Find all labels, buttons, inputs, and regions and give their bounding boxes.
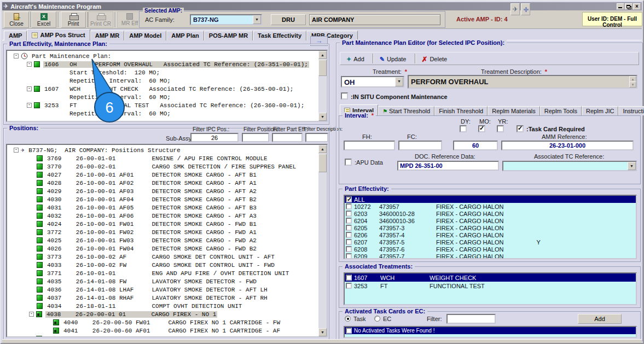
treatment-desc-field[interactable]: PERFORM OVERHAUL ▲ ▼ bbox=[408, 75, 637, 89]
tree-row[interactable]: 4037 26-14-01-08 RHAF LAVATORY SMOKE DET… bbox=[7, 294, 327, 302]
fc-input[interactable] bbox=[398, 141, 442, 150]
row-checkbox[interactable] bbox=[346, 253, 352, 259]
tree-row[interactable]: +4039 26-20-00-01 02 CARGO FIREX - NO 2 bbox=[7, 335, 327, 337]
tab-replm-jic[interactable]: Replm JIC bbox=[582, 106, 618, 115]
tab-replm-materials[interactable]: Replm Materials bbox=[488, 106, 539, 115]
filter-ipc-input[interactable] bbox=[190, 133, 239, 142]
tree-detail-row[interactable]: Repetitive Interval: 60 MO; bbox=[7, 77, 327, 85]
add-button[interactable]: ✦Add bbox=[343, 53, 370, 64]
doc-reference-input[interactable] bbox=[397, 161, 499, 171]
tab-finish-threshold[interactable]: Finish Threshold bbox=[434, 106, 488, 115]
list-item[interactable]: No Activated Tasks Were Found ! bbox=[345, 327, 636, 334]
close-button[interactable]: Close bbox=[4, 11, 29, 28]
list-item[interactable]: 6205473957-3FIREX - CARGO HALON bbox=[345, 224, 636, 231]
list-item[interactable]: 6207473957-5FIREX - CARGO HALONY bbox=[345, 238, 636, 246]
expander-minus-icon[interactable]: - bbox=[14, 54, 19, 59]
tree-root-row[interactable]: -✈B737-NG; AIR COMPANY: Positions Struct… bbox=[7, 146, 327, 154]
positions-tree-scrollbar[interactable]: ▲ ▼ bbox=[318, 145, 327, 336]
tree-row[interactable]: 4033 26-10-00-02 FW CARGO SMOKE DET CONT… bbox=[7, 261, 327, 269]
tree-row[interactable]: -3253 FT FUNCTIONAL TEST Associated TC R… bbox=[7, 101, 327, 109]
row-checkbox[interactable] bbox=[346, 196, 352, 202]
tab-pos-amp-mr[interactable]: POS-AMP MR bbox=[204, 31, 253, 40]
print-button[interactable]: Print bbox=[61, 11, 86, 28]
list-item[interactable]: 620434600010-36FIREX - CARGO HALON bbox=[345, 217, 636, 224]
tab-task-effectivity[interactable]: Task Effectivity bbox=[253, 31, 306, 40]
apu-data-checkbox[interactable] bbox=[345, 159, 352, 166]
tree-row[interactable]: 4027 26-10-00-01 AF01 DETECTOR SMOKE CAR… bbox=[7, 171, 327, 179]
list-item[interactable]: 3253FTFUNCTIONAL TEST bbox=[345, 282, 636, 290]
restore-button[interactable] bbox=[625, 3, 633, 10]
desc-scrollbar[interactable]: ▲ ▼ bbox=[629, 76, 636, 88]
tree-row[interactable]: 4029 26-10-00-01 AF03 DETECTOR SMOKE CAR… bbox=[7, 187, 327, 195]
expander-plus-icon[interactable]: + bbox=[29, 336, 34, 337]
row-checkbox[interactable] bbox=[346, 246, 352, 252]
amm-reference-input[interactable] bbox=[501, 141, 634, 150]
dy-checkbox[interactable] bbox=[460, 125, 467, 132]
tree-row[interactable]: -1606 OH PERFORM OVERHAUL Associated TC … bbox=[7, 60, 327, 68]
chevron-down-icon[interactable]: ▼ bbox=[628, 162, 636, 170]
tree-row[interactable]: -4038 26-20-00-01 01 CARGO FIREX - NO 1 bbox=[7, 310, 327, 318]
list-item[interactable]: ALL bbox=[345, 196, 636, 203]
tab-amp-model[interactable]: AMP Model bbox=[124, 31, 166, 40]
tree-row[interactable]: 4031 26-10-00-01 AF05 DETECTOR SMOKE CAR… bbox=[7, 203, 327, 212]
tab-amp-plan[interactable]: AMP Plan bbox=[166, 31, 204, 40]
tree-row[interactable]: 4036 26-14-01-08 LHAF LAVATORY SMOKE DET… bbox=[7, 285, 327, 294]
list-item[interactable]: 10272473957FIREX - CARGO HALON bbox=[345, 203, 636, 210]
tree-row[interactable]: -1607 WCH WEIGHT CHECK Associated TC Ref… bbox=[7, 85, 327, 93]
list-item[interactable]: 1607WCHWEIGHT CHECK bbox=[345, 273, 636, 282]
row-checkbox[interactable] bbox=[346, 218, 352, 224]
tc-reference-combobox[interactable]: ▼ bbox=[502, 161, 637, 171]
tree-row[interactable]: 3772 26-10-00-01 FW02 DETECTOR SMOKE CAR… bbox=[7, 228, 327, 236]
row-checkbox[interactable] bbox=[346, 225, 352, 231]
row-checkbox[interactable] bbox=[346, 275, 352, 281]
tab-amp-mr[interactable]: AMP MR bbox=[90, 31, 124, 40]
delete-button[interactable]: ✗Delete bbox=[418, 53, 454, 64]
list-item[interactable]: 6209473957-7FIREX - CARGO HALON bbox=[345, 253, 636, 259]
update-button[interactable]: ✎Update bbox=[376, 53, 413, 64]
crosshair-tool-button[interactable] bbox=[521, 3, 530, 15]
scroll-up-icon[interactable]: ▲ bbox=[318, 145, 327, 153]
chevron-down-icon[interactable]: ▼ bbox=[395, 77, 403, 86]
task-card-checkbox[interactable] bbox=[517, 125, 524, 132]
aircraft-tool-button[interactable]: ✈ bbox=[510, 3, 520, 15]
ac-family-combobox[interactable]: B737-NG ▼ bbox=[190, 14, 262, 25]
plan-tree-scrollbar[interactable]: ▲ ▼ bbox=[318, 51, 327, 121]
row-checkbox[interactable] bbox=[346, 283, 352, 289]
tree-row[interactable]: 3771 26-10-01-01 ENG AND APU FIRE / OVHT… bbox=[7, 269, 327, 277]
tab-start-threshold[interactable]: ⚑Start Threshold bbox=[378, 106, 434, 115]
tree-root-row[interactable]: -Part Maintenance Plan: bbox=[7, 52, 327, 60]
row-checkbox[interactable] bbox=[346, 232, 352, 238]
tree-row[interactable]: 4035 26-14-01-08 FW LAVATORY SMOKE DETEC… bbox=[7, 277, 327, 285]
tree-row[interactable]: 4032 26-10-00-01 AF06 DETECTOR SMOKE CAR… bbox=[7, 212, 327, 220]
dru-button[interactable]: DRU bbox=[271, 14, 306, 25]
tree-row[interactable]: 4024 26-10-00-01 FW01 DETECTOR SMOKE CAR… bbox=[7, 220, 327, 228]
tree-row[interactable]: 4026 26-10-00-01 FW04 DETECTOR SMOKE CAR… bbox=[7, 244, 327, 253]
list-item[interactable]: 620334600010-28FIREX - CARGO HALON bbox=[345, 210, 636, 217]
scroll-up-icon[interactable]: ▲ bbox=[318, 51, 327, 59]
excel-button[interactable]: XExcel bbox=[31, 11, 56, 28]
print-cr-button[interactable]: Print CR bbox=[88, 11, 113, 28]
close-window-button[interactable]: × bbox=[633, 3, 641, 10]
yr-checkbox[interactable] bbox=[497, 125, 504, 132]
fh-input[interactable] bbox=[344, 141, 395, 150]
row-checkbox[interactable] bbox=[346, 328, 352, 334]
row-checkbox[interactable] bbox=[346, 239, 352, 245]
list-item[interactable]: 6208473957-6FIREX - CARGO HALON bbox=[345, 246, 636, 253]
filter-parteff-input[interactable] bbox=[272, 133, 303, 142]
minimize-button[interactable] bbox=[617, 3, 624, 10]
treatment-combobox[interactable]: OH ▼ bbox=[341, 76, 404, 88]
tree-row[interactable]: 3769 26-00-01-01 ENGINE / APU FIRE CONTR… bbox=[7, 154, 327, 162]
tab-amp-pos-struct[interactable]: AMP Pos Struct bbox=[27, 29, 90, 40]
task-radio[interactable] bbox=[345, 316, 351, 322]
tab-instructions[interactable]: Instructions bbox=[618, 106, 644, 115]
filter-description-input[interactable] bbox=[305, 133, 328, 142]
tree-row[interactable]: 4028 26-10-00-01 AF02 DETECTOR SMOKE CAR… bbox=[7, 179, 327, 187]
insitu-checkbox[interactable] bbox=[341, 92, 348, 100]
scroll-down-icon[interactable]: ▼ bbox=[629, 81, 636, 88]
tab-replm-tools[interactable]: Replm Tools bbox=[540, 106, 582, 115]
scroll-down-icon[interactable]: ▼ bbox=[318, 328, 327, 336]
tree-detail-row[interactable]: Start Threshold: 120 MO; bbox=[7, 68, 327, 77]
tree-row[interactable]: 4025 26-10-00-01 FW03 DETECTOR SMOKE CAR… bbox=[7, 236, 327, 244]
tree-row[interactable]: 3770 26-00-02-01 CARGO SMK DETECTION / F… bbox=[7, 162, 327, 171]
expander-minus-icon[interactable]: - bbox=[29, 312, 34, 317]
